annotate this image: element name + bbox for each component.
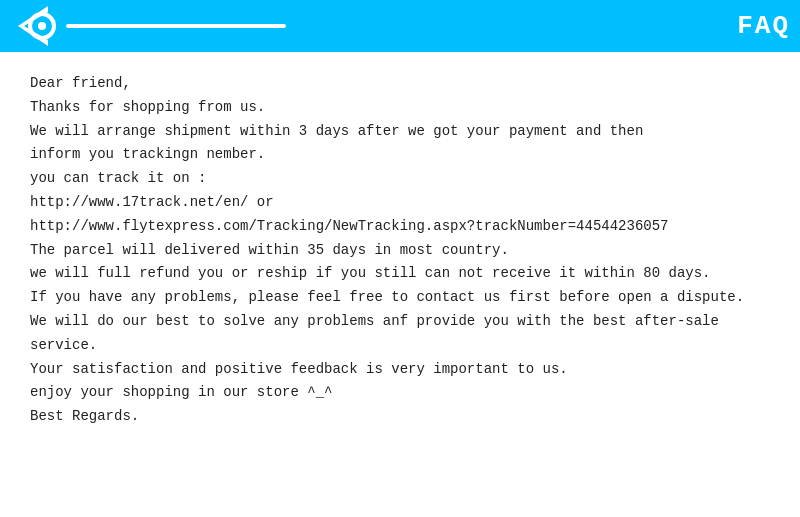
line-9: we will full refund you or reship if you… — [30, 262, 770, 286]
svg-point-3 — [38, 22, 46, 30]
line-2: Thanks for shopping from us. — [30, 96, 770, 120]
line-12: service. — [30, 334, 770, 358]
line-1: Dear friend, — [30, 72, 770, 96]
header-line — [66, 24, 286, 28]
line-15: Best Regards. — [30, 405, 770, 429]
line-11: We will do our best to solve any problem… — [30, 310, 770, 334]
line-13: Your satisfaction and positive feedback … — [30, 358, 770, 382]
line-3: We will arrange shipment within 3 days a… — [30, 120, 770, 144]
line-4: inform you trackingn nember. — [30, 143, 770, 167]
header: FAQ — [0, 0, 800, 52]
line-6: http://www.17track.net/en/ or — [30, 191, 770, 215]
content-area: Dear friend, Thanks for shopping from us… — [0, 52, 800, 449]
line-5: you can track it on : — [30, 167, 770, 191]
line-8: The parcel will delivered within 35 days… — [30, 239, 770, 263]
line-7: http://www.flytexpress.com/Tracking/NewT… — [30, 215, 770, 239]
nav-arrow-icon — [0, 0, 58, 52]
line-10: If you have any problems, please feel fr… — [30, 286, 770, 310]
header-left — [0, 0, 286, 52]
line-14: enjoy your shopping in our store ^_^ — [30, 381, 770, 405]
header-title: FAQ — [737, 11, 790, 41]
